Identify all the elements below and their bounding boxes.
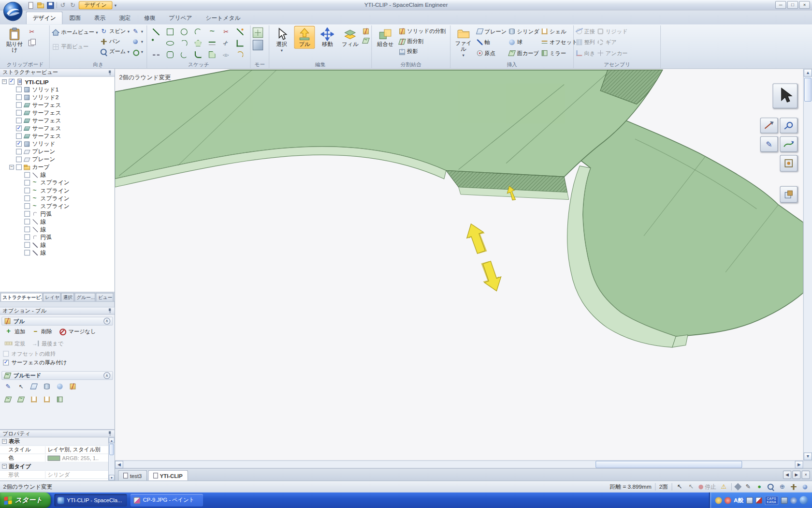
pin-icon[interactable] [108,70,112,75]
split-item-button[interactable]: ソリッドの分割 [399,26,446,36]
document-tab[interactable]: test3 [118,470,147,480]
zoom-button[interactable]: ズーム▾ [100,46,130,57]
spaceclaim-logo-icon[interactable] [2,1,23,22]
pull-mode-button[interactable] [15,381,27,392]
insert-item-button[interactable]: 球 [508,37,539,48]
tree-visibility-checkbox[interactable] [24,242,30,248]
tray-update-icon[interactable] [725,497,731,504]
tree-visibility-checkbox[interactable] [16,94,22,100]
insert-item-button[interactable]: オフセット [541,37,578,48]
horizontal-scrollbar[interactable]: ◀ ▶ [115,460,803,468]
undo-button[interactable]: ↺ [59,1,67,9]
sketch-tool-button[interactable] [180,39,188,47]
sketch-tool-button[interactable] [152,39,160,47]
insert-item-button[interactable]: シリンダ [508,26,539,37]
assembly-item-button[interactable]: 正接 [576,26,595,37]
tree-item[interactable]: − スプライン [0,187,115,194]
status-pointer-alt-icon[interactable]: ↖ [687,483,695,491]
property-group-row[interactable]: − 表示 [0,437,115,446]
open-button[interactable] [37,1,44,9]
zoom-in-icon[interactable]: ⊕ [778,483,786,491]
tree-visibility-checkbox[interactable] [24,234,30,240]
tree-item[interactable]: − プレーン [0,155,115,163]
pan-button[interactable]: パン [100,36,130,46]
tree-item[interactable]: − プレーン [0,148,115,155]
tree-item[interactable]: − 線 [0,249,115,256]
scroll-thumb[interactable] [595,461,742,468]
caps-kana-indicator[interactable]: CAPS KANA [765,496,778,505]
tree-item[interactable]: − ソリッド [0,140,115,148]
save-button[interactable] [46,1,54,9]
tree-item[interactable]: − ソリッド2 [0,93,115,101]
color-swatch[interactable] [48,455,60,461]
viewport-spin-tool-button[interactable] [760,118,778,133]
tree-item[interactable]: − サーフェス [0,109,115,117]
tree-visibility-checkbox[interactable] [24,219,30,224]
sketch-tool-button[interactable] [152,50,160,59]
tree-visibility-checkbox[interactable] [16,149,22,155]
close-button[interactable]: × [799,1,810,9]
paste-button[interactable]: 貼り付け [3,26,26,55]
thicken-surface-option[interactable]: サーフェスの厚み付け [1,358,113,367]
sketch-tool-button[interactable] [180,50,188,59]
ime-mode-indicator[interactable]: A般 [734,496,743,504]
keep-offset-option[interactable]: オフセットの維持 [1,349,113,358]
panel-tab[interactable]: 選択 [61,293,74,301]
sketch-tool-button[interactable] [180,27,188,36]
qat-customize-arrow-icon[interactable]: ▾ [115,3,116,8]
power-selection-button[interactable] [362,37,369,44]
tab-close-button[interactable]: × [802,471,810,479]
zoom-status-icon[interactable] [767,483,775,491]
sketch-tool-button[interactable] [166,27,174,36]
tray-language-icon[interactable] [799,496,808,504]
tab-scroll-left-button[interactable]: ◀ [783,471,791,479]
tray-pen-icon[interactable] [755,497,762,504]
sketch-tool-button[interactable] [222,50,231,59]
tree-item[interactable]: − サーフェス [0,132,115,140]
tray-tool-icon[interactable] [781,497,788,504]
tree-visibility-checkbox[interactable] [16,102,22,108]
thicken-surface-checkbox[interactable] [3,360,9,366]
ribbon-tab[interactable]: 測定 [113,12,137,25]
tree-visibility-checkbox[interactable] [16,164,22,170]
tree-visibility-checkbox[interactable] [24,203,30,209]
pull-to-end-button[interactable]: 最後まで [29,339,65,348]
tree-visibility-checkbox[interactable] [16,110,22,116]
render-style-dropdown[interactable]: ▾ [131,36,143,46]
replace-face-button[interactable] [362,28,369,35]
tray-keyboard-icon[interactable] [746,497,753,504]
sketch-tool-button[interactable] [222,39,231,47]
tree-visibility-checkbox[interactable] [24,188,30,194]
viewport-curve-tool-button[interactable] [780,136,798,152]
collapse-section-button[interactable]: ∧ [103,372,110,379]
scroll-down-arrow[interactable]: ▼ [804,452,812,460]
display-filter-dropdown[interactable]: ▾ [131,46,143,57]
insert-file-button[interactable]: ファイル▾ [452,26,474,60]
scroll-up-arrow[interactable]: ▲ [109,437,115,443]
document-tab[interactable]: YTI-CLIP [148,470,188,480]
keep-offset-checkbox[interactable] [3,351,9,357]
pull-mode-button[interactable] [55,381,66,392]
tree-visibility-checkbox[interactable] [16,118,22,123]
tree-item[interactable]: − 線 [0,225,115,233]
split-item-button[interactable]: 投影 [399,46,446,57]
pull-no-merge-button[interactable]: マージなし [57,327,98,336]
viewport-select-button[interactable] [773,84,798,108]
start-button[interactable]: スタート [0,493,51,508]
tree-visibility-checkbox[interactable] [24,180,30,186]
tray-volume-icon[interactable] [790,497,797,504]
solid-mode-button[interactable] [253,40,263,50]
sketch-tool-button[interactable] [166,50,174,59]
viewport-lens-tool-button[interactable] [780,118,798,133]
tree-visibility-checkbox[interactable] [24,195,30,201]
property-row[interactable]: 色 ARGB: 255, 1.. [0,454,115,463]
pull-mode-button[interactable] [67,381,78,392]
panel-tab[interactable]: ビュー [96,293,114,301]
design-quick-button[interactable]: デザイン [79,1,113,9]
pull-mode-button[interactable] [29,394,40,405]
tree-item[interactable]: − サーフェス [0,117,115,124]
pull-mode-button[interactable] [29,381,40,392]
vertical-scrollbar[interactable]: ▲ ▼ [803,69,812,461]
pull-mode-section-header[interactable]: プルモード ∧ [1,371,113,380]
world-icon[interactable] [801,483,809,491]
